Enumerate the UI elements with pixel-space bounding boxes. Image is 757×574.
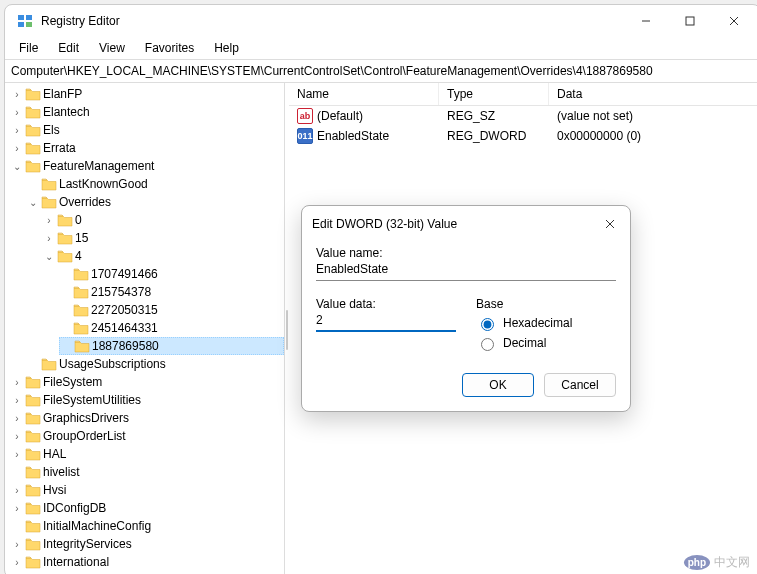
- tree-node[interactable]: ›Els: [11, 121, 284, 139]
- window-title: Registry Editor: [41, 14, 120, 28]
- tree-node[interactable]: ›International: [11, 553, 284, 571]
- maximize-button[interactable]: [668, 5, 712, 37]
- base-label: Base: [476, 297, 616, 311]
- chevron-down-icon[interactable]: ⌄: [27, 196, 39, 208]
- list-row[interactable]: ab(Default)REG_SZ(value not set): [289, 106, 757, 126]
- list-row[interactable]: 011EnabledStateREG_DWORD0x00000000 (0): [289, 126, 757, 146]
- dialog-close-button[interactable]: [600, 214, 620, 234]
- menu-help[interactable]: Help: [206, 39, 247, 57]
- radio-dec-label: Decimal: [503, 336, 546, 350]
- tree-node[interactable]: 1887869580: [59, 337, 284, 355]
- chevron-right-icon[interactable]: ›: [11, 88, 23, 100]
- chevron-right-icon[interactable]: ›: [11, 556, 23, 568]
- tree-node[interactable]: 215754378: [59, 283, 284, 301]
- radio-hexadecimal[interactable]: Hexadecimal: [476, 315, 616, 331]
- php-logo-icon: php: [684, 555, 710, 570]
- tree-node[interactable]: ›Errata: [11, 139, 284, 157]
- tree-node[interactable]: ›15: [43, 229, 284, 247]
- chevron-right-icon[interactable]: ›: [11, 124, 23, 136]
- folder-icon: [25, 393, 41, 407]
- menubar: File Edit View Favorites Help: [5, 37, 757, 59]
- chevron-right-icon[interactable]: ›: [11, 376, 23, 388]
- chevron-right-icon[interactable]: ›: [11, 538, 23, 550]
- value-data: 0x00000000 (0): [549, 126, 757, 146]
- tree-node[interactable]: ›Hvsi: [11, 481, 284, 499]
- radio-decimal[interactable]: Decimal: [476, 335, 616, 351]
- tree-node[interactable]: ›Elantech: [11, 103, 284, 121]
- tree-node[interactable]: ⌄4: [43, 247, 284, 265]
- col-data[interactable]: Data: [549, 83, 757, 105]
- chevron-down-icon[interactable]: ⌄: [43, 250, 55, 262]
- chevron-right-icon[interactable]: ›: [11, 430, 23, 442]
- svg-rect-2: [18, 22, 24, 27]
- value-data-field[interactable]: [316, 311, 456, 332]
- tree-node-label: ElanFP: [43, 87, 82, 101]
- chevron-right-icon[interactable]: ›: [11, 394, 23, 406]
- tree-node-label: International: [43, 555, 109, 569]
- tree-node[interactable]: ›IntegrityServices: [11, 535, 284, 553]
- tree-node[interactable]: ⌄FeatureManagement: [11, 157, 284, 175]
- tree-node[interactable]: 2272050315: [59, 301, 284, 319]
- tree-node-label: hivelist: [43, 465, 80, 479]
- tree-node-label: 15: [75, 231, 88, 245]
- tree-node-label: FileSystemUtilities: [43, 393, 141, 407]
- chevron-right-icon[interactable]: ›: [11, 448, 23, 460]
- folder-icon: [25, 141, 41, 155]
- tree-node[interactable]: ›GroupOrderList: [11, 427, 284, 445]
- tree-node[interactable]: ›IDConfigDB: [11, 499, 284, 517]
- tree-node[interactable]: ›HAL: [11, 445, 284, 463]
- folder-icon: [57, 231, 73, 245]
- chevron-down-icon[interactable]: ⌄: [11, 160, 23, 172]
- tree-node[interactable]: LastKnownGood: [27, 175, 284, 193]
- folder-icon: [73, 267, 89, 281]
- tree-node-label: Elantech: [43, 105, 90, 119]
- chevron-right-icon[interactable]: ›: [11, 142, 23, 154]
- minimize-button[interactable]: [624, 5, 668, 37]
- tree-node-label: IDConfigDB: [43, 501, 106, 515]
- radio-hex-input[interactable]: [481, 318, 494, 331]
- tree-node-label: Overrides: [59, 195, 111, 209]
- tree-pane[interactable]: ›ElanFP›Elantech›Els›Errata⌄FeatureManag…: [5, 83, 285, 574]
- tree-node-label: 1887869580: [92, 339, 159, 353]
- tree-node[interactable]: ›ElanFP: [11, 85, 284, 103]
- menu-favorites[interactable]: Favorites: [137, 39, 202, 57]
- folder-icon: [73, 303, 89, 317]
- chevron-right-icon[interactable]: ›: [11, 412, 23, 424]
- value-name: EnabledState: [317, 129, 389, 143]
- radio-hex-label: Hexadecimal: [503, 316, 572, 330]
- folder-icon: [25, 483, 41, 497]
- value-type-icon: 011: [297, 128, 313, 144]
- menu-file[interactable]: File: [11, 39, 46, 57]
- menu-view[interactable]: View: [91, 39, 133, 57]
- tree-node[interactable]: 1707491466: [59, 265, 284, 283]
- tree-node[interactable]: ›0: [43, 211, 284, 229]
- col-name[interactable]: Name: [289, 83, 439, 105]
- folder-icon: [41, 357, 57, 371]
- cancel-button[interactable]: Cancel: [544, 373, 616, 397]
- chevron-right-icon[interactable]: ›: [11, 106, 23, 118]
- edit-dword-dialog: Edit DWORD (32-bit) Value Value name: Va…: [301, 205, 631, 412]
- value-data-label: Value data:: [316, 297, 456, 311]
- tree-node[interactable]: ›FileSystemUtilities: [11, 391, 284, 409]
- tree-node-label: 2272050315: [91, 303, 158, 317]
- chevron-right-icon[interactable]: ›: [11, 502, 23, 514]
- value-name-field[interactable]: [316, 260, 616, 281]
- folder-icon: [41, 177, 57, 191]
- tree-node[interactable]: ›FileSystem: [11, 373, 284, 391]
- col-type[interactable]: Type: [439, 83, 549, 105]
- tree-node[interactable]: ⌄Overrides: [27, 193, 284, 211]
- tree-node[interactable]: hivelist: [11, 463, 284, 481]
- chevron-right-icon[interactable]: ›: [11, 484, 23, 496]
- address-bar[interactable]: Computer\HKEY_LOCAL_MACHINE\SYSTEM\Curre…: [5, 59, 757, 83]
- tree-node[interactable]: 2451464331: [59, 319, 284, 337]
- tree-node[interactable]: UsageSubscriptions: [27, 355, 284, 373]
- radio-dec-input[interactable]: [481, 338, 494, 351]
- ok-button[interactable]: OK: [462, 373, 534, 397]
- tree-node[interactable]: InitialMachineConfig: [11, 517, 284, 535]
- close-button[interactable]: [712, 5, 756, 37]
- tree-node[interactable]: ›GraphicsDrivers: [11, 409, 284, 427]
- chevron-right-icon[interactable]: ›: [43, 214, 55, 226]
- menu-edit[interactable]: Edit: [50, 39, 87, 57]
- tree-node-label: 215754378: [91, 285, 151, 299]
- chevron-right-icon[interactable]: ›: [43, 232, 55, 244]
